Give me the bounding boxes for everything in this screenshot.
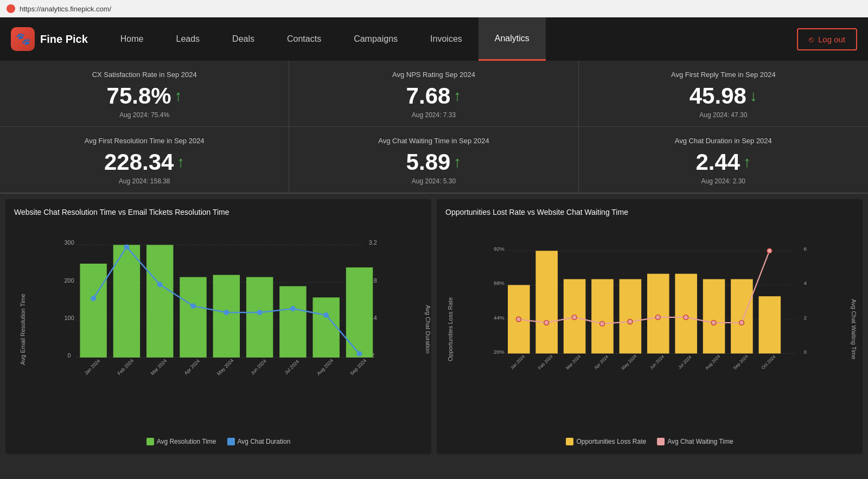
kpi-chat-wait-arrow: ↑ (454, 154, 461, 171)
svg-text:Jan 2024: Jan 2024 (509, 354, 526, 371)
kpi-nps-value: 7.68 ↑ (300, 83, 567, 109)
kpi-chat-duration-prev: Aug 2024: 2.30 (590, 177, 857, 185)
svg-text:Apr 2024: Apr 2024 (183, 358, 201, 376)
navbar: 🐾 Fine Pick Home Leads Deals Contacts Ca… (0, 17, 868, 61)
chart1-title: Website Chat Resolution Time vs Email Ti… (14, 208, 423, 216)
chart2-y-left-label: Opportunities Loss Rate (447, 297, 454, 361)
kpi-first-reply-arrow: ↓ (750, 87, 757, 105)
svg-point-26 (257, 310, 263, 315)
nav-campaigns[interactable]: Campaigns (337, 17, 414, 61)
kpi-cx-arrow: ↑ (175, 87, 182, 105)
chart2-legend-bar-color (566, 438, 573, 445)
svg-text:Jan 2024: Jan 2024 (84, 358, 101, 376)
svg-rect-57 (675, 274, 697, 354)
svg-text:Jun 2024: Jun 2024 (250, 358, 267, 376)
svg-rect-56 (647, 274, 669, 354)
svg-rect-20 (346, 267, 373, 357)
kpi-chat-duration-title: Avg Chat Duration in Sep 2024 (590, 137, 857, 145)
svg-rect-18 (279, 286, 306, 357)
logo-area: 🐾 Fine Pick (11, 27, 88, 51)
kpi-cx-value: 75.8% ↑ (11, 83, 278, 109)
chart2-legend-bars: Opportunities Loss Rate (566, 438, 646, 445)
chart2-legend-line: Avg Chat Waiting Time (657, 438, 733, 445)
chart2-title: Opportunities Lost Rate vs Website Chat … (445, 208, 854, 216)
logo-icon: 🐾 (11, 27, 35, 51)
chart2-legend: Opportunities Loss Rate Avg Chat Waiting… (445, 438, 854, 445)
logout-button[interactable]: ⎋ Log out (797, 28, 857, 50)
kpi-resolution-prev: Aug 2024: 158.38 (11, 177, 278, 185)
nav-analytics[interactable]: Analytics (478, 17, 546, 61)
svg-text:Aug 2024: Aug 2024 (316, 358, 334, 376)
svg-point-67 (684, 315, 688, 320)
svg-text:Jun 2024: Jun 2024 (649, 354, 665, 371)
kpi-chat-wait: Avg Chat Waiting Time in Sep 2024 5.89 ↑… (289, 127, 578, 193)
logout-label: Log out (818, 35, 845, 44)
kpi-chat-wait-prev: Aug 2024: 5.30 (300, 177, 567, 185)
svg-text:100: 100 (65, 315, 74, 321)
chart1-y-right-label: Avg Chat Duration (425, 305, 431, 354)
svg-text:92%: 92% (494, 246, 505, 252)
url-bar: https://analytics.finepick.com/ (20, 5, 111, 13)
svg-text:44%: 44% (494, 315, 505, 321)
nav-deals[interactable]: Deals (216, 17, 271, 61)
svg-rect-15 (180, 277, 206, 357)
kpi-first-reply-value: 45.98 ↓ (590, 83, 857, 109)
kpi-grid: CX Satisfaction Rate in Sep 2024 75.8% ↑… (0, 61, 868, 194)
charts-row: Website Chat Resolution Time vs Email Ti… (0, 194, 868, 459)
kpi-resolution-value: 228.34 ↑ (11, 149, 278, 175)
kpi-cx-satisfaction: CX Satisfaction Rate in Sep 2024 75.8% ↑… (0, 61, 289, 127)
chart2-y-right-label: Avg Chat Waiting Time (850, 299, 857, 359)
svg-text:2: 2 (803, 315, 807, 321)
svg-text:Sep 2024: Sep 2024 (732, 354, 749, 371)
svg-point-21 (91, 296, 96, 301)
svg-point-61 (516, 317, 521, 322)
svg-text:Apr 2024: Apr 2024 (593, 354, 609, 371)
svg-point-65 (628, 320, 633, 324)
svg-point-22 (124, 244, 129, 250)
browser-bar: https://analytics.finepick.com/ (0, 0, 868, 17)
svg-point-66 (655, 315, 660, 320)
svg-rect-54 (591, 279, 614, 354)
chart1-legend-line: Avg Chat Duration (227, 438, 291, 445)
nav-leads[interactable]: Leads (160, 17, 216, 61)
nav-contacts[interactable]: Contacts (271, 17, 337, 61)
svg-point-64 (600, 321, 605, 326)
svg-text:0: 0 (803, 349, 807, 355)
kpi-cx-title: CX Satisfaction Rate in Sep 2024 (11, 71, 278, 79)
logout-icon: ⎋ (809, 35, 814, 44)
nav-items: Home Leads Deals Contacts Campaigns Invo… (104, 17, 797, 61)
svg-point-28 (323, 312, 329, 318)
kpi-first-reply-prev: Aug 2024: 47.30 (590, 111, 857, 119)
kpi-first-reply-title: Avg First Reply Time in Sep 2024 (590, 71, 857, 79)
svg-rect-19 (313, 297, 340, 357)
svg-text:6: 6 (803, 246, 807, 252)
kpi-chat-duration-value: 2.44 ↑ (590, 149, 857, 175)
svg-point-70 (767, 248, 772, 253)
svg-rect-14 (146, 245, 173, 357)
chart1-legend: Avg Resolution Time Avg Chat Duration (14, 438, 423, 445)
svg-rect-55 (620, 279, 642, 354)
svg-point-68 (711, 320, 716, 325)
svg-text:300: 300 (65, 239, 74, 246)
svg-text:Aug 2024: Aug 2024 (704, 354, 721, 371)
svg-rect-60 (759, 296, 781, 353)
kpi-resolution-title: Avg First Resolution Time in Sep 2024 (11, 137, 278, 145)
svg-text:Mar 2024: Mar 2024 (565, 354, 582, 371)
svg-point-62 (544, 320, 549, 325)
kpi-resolution-arrow: ↑ (177, 154, 184, 171)
svg-text:Oct 2024: Oct 2024 (761, 354, 777, 371)
svg-rect-58 (703, 279, 725, 354)
chart2-legend-line-color (657, 438, 665, 445)
chart2-legend-line-label: Avg Chat Waiting Time (667, 438, 733, 445)
svg-point-27 (290, 306, 296, 311)
nav-home[interactable]: Home (104, 17, 160, 61)
chart1-legend-bar-color (146, 438, 154, 445)
svg-point-24 (190, 303, 196, 309)
nav-invoices[interactable]: Invoices (414, 17, 478, 61)
svg-text:68%: 68% (494, 280, 505, 286)
kpi-cx-prev: Aug 2024: 75.4% (11, 111, 278, 119)
kpi-nps-title: Avg NPS Rating Sep 2024 (300, 71, 567, 79)
svg-text:May 2024: May 2024 (216, 357, 235, 376)
kpi-nps-arrow: ↑ (454, 87, 461, 105)
svg-text:Jul 2024: Jul 2024 (283, 359, 300, 375)
